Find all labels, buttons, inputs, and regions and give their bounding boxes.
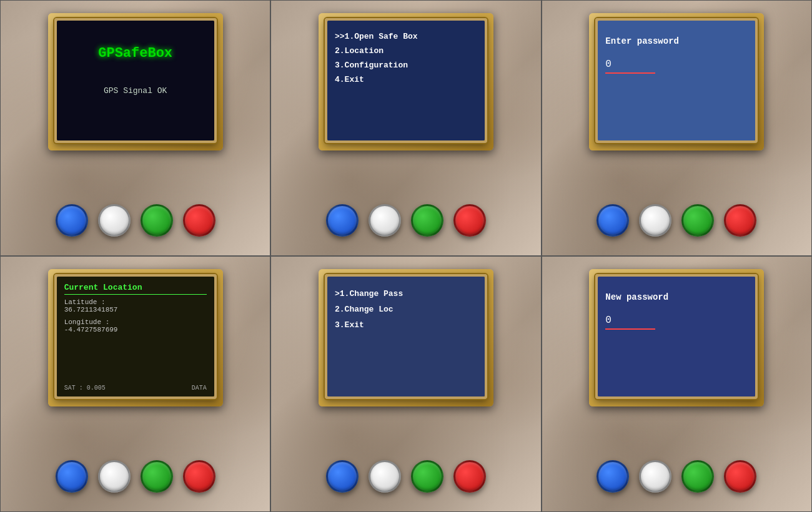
boot-title: GPSafeBox [64, 46, 207, 61]
lcd-6: New password 0 [595, 274, 758, 399]
lat-value: 36.7211341857 [64, 306, 207, 313]
lat-label: Latitude : [64, 298, 207, 306]
btn-white-6[interactable] [639, 460, 671, 493]
btn-blue-3[interactable] [597, 204, 629, 237]
config-item-2: 2.Change Loc [335, 305, 477, 314]
screen-password: Enter password 0 [598, 21, 755, 140]
btn-red-2[interactable] [453, 204, 486, 237]
btn-red-3[interactable] [724, 204, 756, 237]
config-item-3: 3.Exit [335, 320, 477, 330]
btn-blue-5[interactable] [326, 460, 359, 493]
loc-footer: SAT : 0.005 DATA [64, 385, 207, 391]
btn-blue-1[interactable] [56, 204, 88, 237]
newpw-title: New password [605, 292, 748, 302]
lcd-1: GPSafeBox GPS Signal OK [54, 18, 217, 143]
cell-menu: >1.Open Safe Box 2.Location 3.Configurat… [270, 0, 541, 256]
buttons-row-3 [597, 204, 756, 237]
lcd-5: >1.Change Pass 2.Change Loc 3.Exit [325, 274, 487, 399]
btn-red-4[interactable] [183, 460, 215, 493]
pw-underline [605, 72, 655, 74]
btn-white-5[interactable] [369, 460, 401, 493]
menu-item-2: 2.Location [335, 46, 477, 56]
menu-item-3: 3.Configuration [335, 61, 477, 70]
lon-label: Longitude : [64, 318, 207, 326]
screen-menu: >1.Open Safe Box 2.Location 3.Configurat… [327, 21, 485, 140]
btn-white-1[interactable] [98, 204, 131, 237]
buttons-row-1 [56, 204, 215, 237]
buttons-row-6 [597, 460, 756, 493]
screen-config: >1.Change Pass 2.Change Loc 3.Exit [327, 277, 485, 396]
screen-newpassword: New password 0 [598, 277, 755, 396]
lcd-3: Enter password 0 [595, 18, 758, 143]
data-label: DATA [192, 385, 207, 391]
btn-red-1[interactable] [183, 204, 215, 237]
cell-password: Enter password 0 [542, 0, 812, 256]
newpw-underline [605, 328, 655, 330]
pw-title: Enter password [605, 36, 748, 46]
loc-title: Current Location [64, 283, 207, 295]
btn-green-3[interactable] [681, 204, 714, 237]
sat-value: SAT : 0.005 [64, 385, 106, 391]
config-item-1: >1.Change Pass [335, 289, 477, 298]
btn-red-5[interactable] [453, 460, 486, 493]
lcd-4: Current Location Latitude : 36.721134185… [54, 274, 217, 399]
btn-white-2[interactable] [369, 204, 401, 237]
cell-location: Current Location Latitude : 36.721134185… [0, 256, 270, 512]
screen-location: Current Location Latitude : 36.721134185… [57, 277, 214, 396]
cell-config: >1.Change Pass 2.Change Loc 3.Exit [270, 256, 541, 512]
newpw-value: 0 [605, 315, 748, 326]
btn-green-4[interactable] [141, 460, 173, 493]
lon-value: -4.4727587699 [64, 326, 207, 333]
menu-item-4: 4.Exit [335, 75, 477, 84]
btn-blue-6[interactable] [597, 460, 629, 493]
btn-white-3[interactable] [639, 204, 671, 237]
btn-blue-4[interactable] [56, 460, 88, 493]
menu-item-1: >1.Open Safe Box [335, 32, 477, 41]
btn-red-6[interactable] [724, 460, 756, 493]
buttons-row-5 [326, 460, 486, 493]
btn-green-6[interactable] [681, 460, 714, 493]
btn-green-2[interactable] [411, 204, 443, 237]
pw-value: 0 [605, 59, 748, 70]
btn-green-5[interactable] [411, 460, 443, 493]
buttons-row-4 [56, 460, 215, 493]
btn-blue-2[interactable] [326, 204, 359, 237]
btn-green-1[interactable] [141, 204, 173, 237]
btn-white-4[interactable] [98, 460, 131, 493]
buttons-row-2 [326, 204, 486, 237]
boot-subtitle: GPS Signal OK [64, 86, 207, 96]
lcd-2: >1.Open Safe Box 2.Location 3.Configurat… [325, 18, 487, 143]
cell-boot: GPSafeBox GPS Signal OK [0, 0, 270, 256]
cell-newpassword: New password 0 [542, 256, 812, 512]
screen-boot: GPSafeBox GPS Signal OK [57, 21, 214, 140]
